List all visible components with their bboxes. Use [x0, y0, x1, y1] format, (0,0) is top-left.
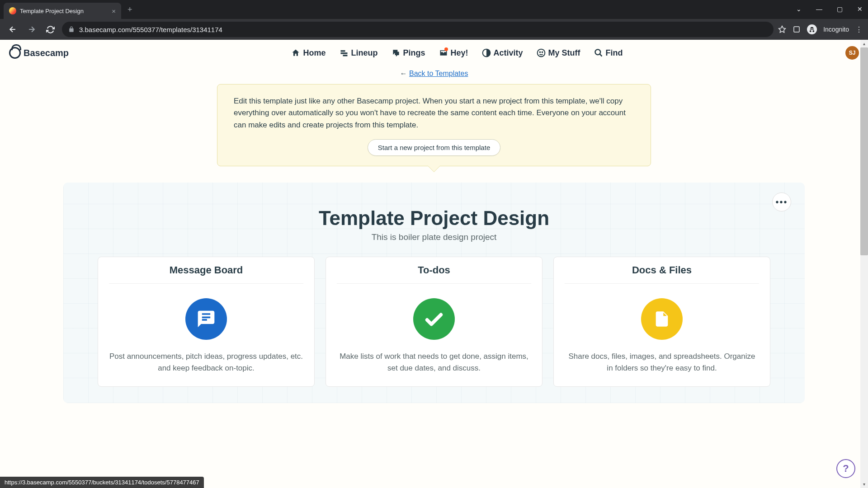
browser-chrome: Template Project Design × + ⌄ — ▢ ✕ 3.ba…: [0, 0, 868, 40]
start-project-button[interactable]: Start a new project from this template: [368, 139, 500, 156]
tools-grid: Message Board Post announcements, pitch …: [80, 257, 788, 387]
more-options-button[interactable]: •••: [772, 192, 791, 211]
menu-icon[interactable]: ⋮: [855, 25, 863, 34]
tool-desc: Share docs, files, images, and spreadshe…: [565, 351, 759, 374]
svg-point-9: [595, 50, 600, 55]
tool-desc: Make lists of work that needs to get don…: [337, 351, 531, 374]
url-text: 3.basecamp.com/5550377/templates/3134117…: [79, 26, 222, 33]
close-window-icon[interactable]: ✕: [855, 4, 864, 14]
svg-rect-2: [340, 50, 345, 52]
nav-home[interactable]: Home: [291, 48, 326, 58]
nav-label: Lineup: [351, 48, 378, 58]
breadcrumb: ← Back to Templates: [217, 70, 651, 78]
svg-line-10: [599, 54, 602, 56]
scroll-up-icon[interactable]: ▴: [860, 40, 868, 47]
tab-bar: Template Project Design × +: [0, 0, 868, 19]
svg-point-8: [542, 52, 542, 53]
new-tab-button[interactable]: +: [121, 5, 139, 14]
nav-pings[interactable]: Pings: [392, 48, 425, 58]
top-nav: Basecamp Home Lineup Pings Hey! A: [0, 40, 868, 64]
template-title: Template Project Design: [80, 207, 788, 230]
incognito-label: Incognito: [823, 26, 849, 33]
tool-title: Message Board: [109, 257, 303, 284]
nav-find[interactable]: Find: [594, 48, 623, 58]
nav-label: Activity: [494, 48, 523, 58]
minimize-icon[interactable]: —: [814, 4, 824, 14]
scrollbar-thumb[interactable]: [860, 47, 868, 255]
browser-tab[interactable]: Template Project Design ×: [4, 3, 121, 19]
lineup-icon: [340, 48, 349, 57]
svg-rect-4: [343, 55, 347, 56]
scrollbar[interactable]: ▴ ▾: [860, 40, 868, 488]
svg-marker-0: [779, 26, 786, 33]
notification-dot-icon: [444, 47, 448, 51]
nav-activity[interactable]: Activity: [482, 48, 523, 58]
svg-point-7: [539, 52, 540, 53]
callout-text: Edit this template just like any other B…: [234, 95, 627, 131]
nav-label: My Stuff: [548, 48, 580, 58]
favicon-icon: [9, 7, 16, 14]
reload-button[interactable]: [43, 23, 57, 37]
nav-mystuff[interactable]: My Stuff: [537, 48, 580, 58]
logo-text: Basecamp: [24, 48, 69, 58]
nav-label: Find: [606, 48, 623, 58]
scroll-down-icon[interactable]: ▾: [860, 480, 868, 488]
tool-title: To-dos: [337, 257, 531, 284]
back-button[interactable]: [5, 22, 20, 37]
bookmark-icon[interactable]: [778, 25, 786, 33]
home-icon: [291, 48, 300, 57]
message-board-icon: [185, 298, 227, 340]
search-icon: [594, 48, 603, 57]
help-button[interactable]: ?: [836, 459, 855, 478]
tab-title: Template Project Design: [20, 8, 84, 14]
lock-icon: [68, 26, 75, 33]
logo-icon: [9, 47, 21, 59]
activity-icon: [482, 48, 491, 57]
nav-label: Home: [303, 48, 326, 58]
nav-hey[interactable]: Hey!: [439, 48, 468, 58]
app-content: Basecamp Home Lineup Pings Hey! A: [0, 40, 868, 488]
tool-desc: Post announcements, pitch ideas, progres…: [109, 351, 303, 374]
nav-lineup[interactable]: Lineup: [340, 48, 378, 58]
incognito-icon[interactable]: [807, 24, 817, 34]
back-to-templates-link[interactable]: Back to Templates: [409, 70, 468, 77]
tool-message-board[interactable]: Message Board Post announcements, pitch …: [98, 257, 315, 387]
status-bar: https://3.basecamp.com/5550377/buckets/3…: [0, 477, 204, 488]
nav-label: Hey!: [451, 48, 468, 58]
svg-rect-1: [794, 27, 799, 32]
address-bar: 3.basecamp.com/5550377/templates/3134117…: [0, 19, 868, 40]
avatar[interactable]: SJ: [845, 46, 859, 60]
template-subtitle: This is boiler plate design project: [80, 232, 788, 242]
back-arrow: ←: [400, 70, 409, 77]
svg-rect-3: [340, 52, 347, 54]
tool-docs-files[interactable]: Docs & Files Share docs, files, images, …: [553, 257, 770, 387]
forward-button[interactable]: [24, 22, 39, 37]
todos-icon: [413, 298, 455, 340]
maximize-icon[interactable]: ▢: [835, 4, 844, 14]
docs-files-icon: [641, 298, 683, 340]
tool-todos[interactable]: To-dos Make lists of work that needs to …: [326, 257, 542, 387]
info-callout: Edit this template just like any other B…: [217, 84, 651, 166]
logo[interactable]: Basecamp: [9, 47, 69, 59]
mystuff-icon: [537, 48, 546, 57]
close-icon[interactable]: ×: [112, 7, 116, 15]
pings-icon: [392, 48, 401, 57]
tabs-dropdown-icon[interactable]: ⌄: [794, 4, 803, 14]
window-controls: ⌄ — ▢ ✕: [794, 4, 864, 14]
template-card: ••• Template Project Design This is boil…: [63, 183, 805, 403]
nav-label: Pings: [403, 48, 425, 58]
url-field[interactable]: 3.basecamp.com/5550377/templates/3134117…: [62, 22, 774, 37]
tool-title: Docs & Files: [565, 257, 759, 284]
svg-point-6: [537, 49, 545, 57]
extensions-icon[interactable]: [793, 25, 801, 33]
